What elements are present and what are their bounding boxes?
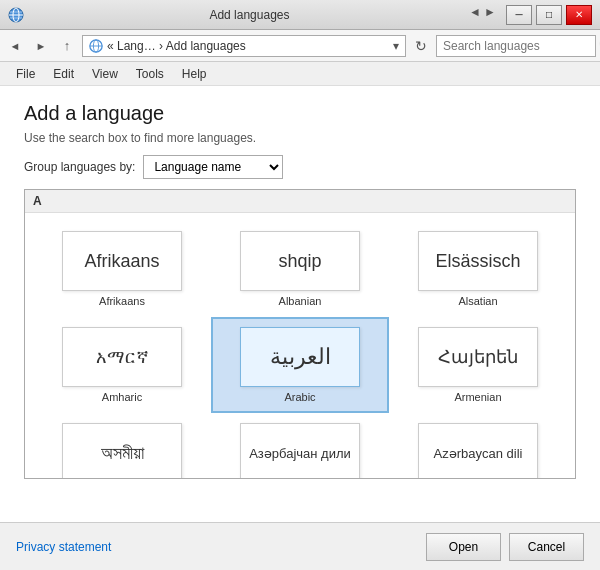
main-content: Add a language Use the search box to fin… [0, 86, 600, 522]
menu-file[interactable]: File [8, 65, 43, 83]
privacy-link[interactable]: Privacy statement [16, 540, 111, 554]
menu-tools[interactable]: Tools [128, 65, 172, 83]
window-title: Add languages [30, 8, 469, 22]
refresh-button[interactable]: ↻ [410, 35, 432, 57]
language-tile-albanian: shqip [240, 231, 360, 291]
search-box[interactable]: 🔍 [436, 35, 596, 57]
globe-icon [89, 39, 103, 53]
list-item[interactable]: Elsässisch Alsatian [389, 221, 567, 317]
open-button[interactable]: Open [426, 533, 501, 561]
language-tile-amharic: አማርኛ [62, 327, 182, 387]
language-name-albanian: Albanian [279, 295, 322, 307]
list-item[interactable]: አማርኛ Amharic [33, 317, 211, 413]
maximize-button[interactable]: □ [536, 5, 562, 25]
language-tile-alsatian: Elsässisch [418, 231, 538, 291]
language-tile-azerbaijani-latin: Azərbaycan dili [418, 423, 538, 479]
language-grid-container[interactable]: A Afrikaans Afrikaans shqip Albanian Els… [24, 189, 576, 479]
section-header-a: A [25, 190, 575, 213]
language-name-alsatian: Alsatian [458, 295, 497, 307]
language-tile-afrikaans: Afrikaans [62, 231, 182, 291]
window-controls: ◄ ► ─ □ ✕ [469, 5, 592, 25]
list-item[interactable]: Afrikaans Afrikaans [33, 221, 211, 317]
list-item[interactable]: Azərbaycan dili Azerbaijani (Latin) [389, 413, 567, 479]
up-button[interactable]: ↑ [56, 35, 78, 57]
language-name-armenian: Armenian [454, 391, 501, 403]
list-item[interactable]: অসমীয়া Assamese [33, 413, 211, 479]
list-item[interactable]: Հայերեն Armenian [389, 317, 567, 413]
address-field[interactable]: « Lang… › Add languages ▾ [82, 35, 406, 57]
footer: Privacy statement Open Cancel [0, 522, 600, 570]
language-tile-azerbaijani-cyrillic: Азәрбајчан дили [240, 423, 360, 479]
back-button[interactable]: ◄ [4, 35, 26, 57]
group-select[interactable]: Language name [143, 155, 283, 179]
menu-view[interactable]: View [84, 65, 126, 83]
search-input[interactable] [437, 36, 599, 56]
dropdown-arrow: ▾ [393, 39, 399, 53]
language-tile-arabic: العربية [240, 327, 360, 387]
close-button[interactable]: ✕ [566, 5, 592, 25]
cancel-button[interactable]: Cancel [509, 533, 584, 561]
list-item[interactable]: العربية Arabic [211, 317, 389, 413]
page-title: Add a language [24, 102, 576, 125]
footer-buttons: Open Cancel [426, 533, 584, 561]
page-subtitle: Use the search box to find more language… [24, 131, 576, 145]
breadcrumb: « Lang… › Add languages [107, 39, 246, 53]
forward-button[interactable]: ► [30, 35, 52, 57]
minimize-button[interactable]: ─ [506, 5, 532, 25]
menu-help[interactable]: Help [174, 65, 215, 83]
language-name-arabic: Arabic [284, 391, 315, 403]
list-item[interactable]: Азәрбајчан дили Azerbaijani (Cyrillic) [211, 413, 389, 479]
title-bar: Add languages ◄ ► ─ □ ✕ [0, 0, 600, 30]
language-tile-armenian: Հայերեն [418, 327, 538, 387]
group-row: Group languages by: Language name [24, 155, 576, 179]
nav-arrows: ◄ ► [469, 5, 496, 25]
address-bar: ◄ ► ↑ « Lang… › Add languages ▾ ↻ 🔍 [0, 30, 600, 62]
language-name-afrikaans: Afrikaans [99, 295, 145, 307]
app-icon [8, 7, 24, 23]
list-item[interactable]: shqip Albanian [211, 221, 389, 317]
menu-edit[interactable]: Edit [45, 65, 82, 83]
language-tile-assamese: অসমীয়া [62, 423, 182, 479]
menu-bar: File Edit View Tools Help [0, 62, 600, 86]
group-label: Group languages by: [24, 160, 135, 174]
language-name-amharic: Amharic [102, 391, 142, 403]
language-grid: Afrikaans Afrikaans shqip Albanian Elsäs… [25, 213, 575, 479]
